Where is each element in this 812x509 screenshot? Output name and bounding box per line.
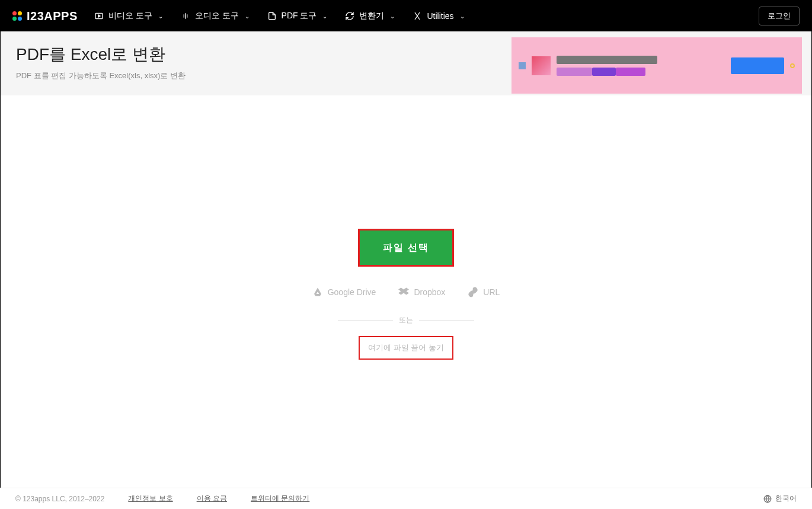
gdrive-icon: [312, 287, 323, 297]
language-selector[interactable]: 한국어: [763, 494, 797, 504]
chevron-down-icon: ⌄: [245, 13, 250, 20]
nav-label: Utilities: [427, 11, 453, 21]
file-dropzone[interactable]: 여기에 파일 끌어 놓기: [360, 337, 452, 358]
audio-icon: [181, 11, 190, 21]
nav-pdf-tools[interactable]: PDF 도구 ⌄: [267, 11, 328, 21]
source-google-drive[interactable]: Google Drive: [312, 287, 376, 297]
nav-label: PDF 도구: [282, 11, 317, 21]
footer-link-twitter[interactable]: 트위터에 문의하기: [251, 494, 309, 504]
select-file-button[interactable]: 파일 선택: [360, 231, 452, 265]
source-label: Google Drive: [328, 287, 376, 297]
logo[interactable]: I23APPS: [12, 9, 78, 23]
login-button[interactable]: 로그인: [759, 7, 800, 25]
chevron-down-icon: ⌄: [158, 13, 163, 20]
source-label: URL: [483, 287, 500, 297]
language-label: 한국어: [775, 494, 797, 504]
main-area: 파일 선택 Google Drive Dropbox URL 또는 여기에 파일…: [1, 95, 811, 360]
nav-label: 오디오 도구: [195, 11, 239, 21]
chevron-down-icon: ⌄: [460, 13, 465, 20]
copyright: © 123apps LLC, 2012–2022: [15, 495, 104, 503]
document-icon: [267, 11, 277, 21]
source-label: Dropbox: [414, 287, 445, 297]
convert-icon: [345, 11, 354, 21]
dropzone-highlight: 여기에 파일 끌어 놓기: [359, 336, 453, 360]
tools-icon: [413, 11, 422, 21]
nav-video-tools[interactable]: 비디오 도구 ⌄: [94, 11, 163, 21]
top-nav: I23APPS 비디오 도구 ⌄ 오디오 도구 ⌄ PDF 도구 ⌄ 변환기 ⌄…: [1, 1, 811, 31]
source-options: Google Drive Dropbox URL: [1, 287, 811, 297]
footer-link-privacy[interactable]: 개인정보 보호: [128, 494, 172, 504]
globe-icon: [763, 495, 772, 503]
select-file-highlight: 파일 선택: [358, 229, 454, 267]
nav-converter[interactable]: 변환기 ⌄: [345, 11, 395, 21]
nav-label: 변환기: [359, 11, 384, 21]
logo-dots-icon: [12, 11, 22, 21]
footer: © 123apps LLC, 2012–2022 개인정보 보호 이용 요금 트…: [0, 488, 812, 509]
page-header: PDF를 Excel로 변환 PDF 표를 편집 가능하도록 Excel(xls…: [1, 31, 811, 95]
nav-audio-tools[interactable]: 오디오 도구 ⌄: [181, 11, 250, 21]
chevron-down-icon: ⌄: [390, 13, 395, 20]
ad-banner[interactable]: [512, 37, 802, 94]
nav-label: 비디오 도구: [108, 11, 152, 21]
divider-label: 또는: [393, 315, 419, 325]
link-icon: [468, 287, 478, 297]
source-url[interactable]: URL: [468, 287, 500, 297]
video-icon: [94, 11, 104, 21]
source-dropbox[interactable]: Dropbox: [398, 287, 445, 297]
nav-utilities[interactable]: Utilities ⌄: [413, 11, 464, 21]
footer-link-pricing[interactable]: 이용 요금: [197, 494, 227, 504]
brand-text: I23APPS: [27, 9, 78, 23]
dropbox-icon: [398, 287, 409, 297]
divider-or: 또는: [338, 315, 474, 325]
chevron-down-icon: ⌄: [322, 13, 327, 20]
